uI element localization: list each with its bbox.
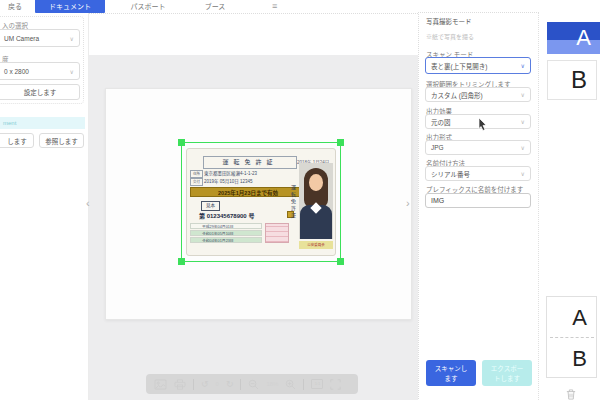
tab-passport[interactable]: パスポート <box>118 0 178 13</box>
zoom-in-icon[interactable] <box>285 379 296 390</box>
toolbar-divider <box>303 379 304 390</box>
printer-icon[interactable] <box>174 379 186 390</box>
naming-method-select[interactable]: シリアル番号 ∨ <box>425 166 531 181</box>
output-effect-value: 元の図 <box>431 117 451 127</box>
export-button[interactable]: エクスポートします <box>482 360 532 386</box>
rotation-angle: 0 <box>216 381 219 387</box>
thumbnail-combined[interactable]: A B <box>546 296 597 378</box>
canvas-toolbar: ↺ 0 ↻ 18% 1:1 <box>146 374 358 394</box>
thumbnail-combined-b: B <box>547 338 596 379</box>
collapse-left-icon[interactable]: ‹ <box>86 196 90 210</box>
left-sidebar: 入の選択 UM Camera ∨ 度 0 x 2800 ∨ 設定します ment… <box>0 13 89 400</box>
output-format-value: JPG <box>431 144 444 151</box>
chevron-down-icon: ∨ <box>521 144 525 151</box>
scan-button[interactable]: スキャンします <box>426 360 476 386</box>
naming-method-value: シリアル番号 <box>431 169 470 179</box>
thumbnail-b[interactable]: B <box>547 60 597 100</box>
tab-document[interactable]: ドキュメント <box>35 0 105 13</box>
crop-handle-top-right[interactable] <box>337 139 344 146</box>
output-format-select[interactable]: JPG ∨ <box>425 140 531 155</box>
fit-screen-icon[interactable] <box>330 379 341 390</box>
thumbnail-a-selected[interactable]: A <box>547 22 600 54</box>
image-icon[interactable] <box>154 379 167 390</box>
chevron-down-icon: ∨ <box>521 170 525 177</box>
camera-select-value: UM Camera <box>4 35 39 42</box>
prefix-input[interactable] <box>425 193 531 208</box>
apply-settings-button[interactable]: 設定します <box>0 84 80 100</box>
chevron-down-icon: ∨ <box>521 118 525 125</box>
chevron-down-icon: ∨ <box>70 35 74 42</box>
crop-handle-bottom-left[interactable] <box>178 258 185 265</box>
scan-mode-select[interactable]: 表と裏(上下見開き) ∨ <box>425 57 531 74</box>
crop-handle-bottom-right[interactable] <box>337 258 344 265</box>
rotate-right-icon[interactable]: ↻ <box>226 379 234 389</box>
save-button[interactable]: します <box>0 133 34 148</box>
crop-handle-top-left[interactable] <box>178 139 185 146</box>
chevron-down-icon: ∨ <box>70 68 74 75</box>
toolbar-divider <box>193 379 194 390</box>
crop-mode-value: カスタム (四角形) <box>431 90 483 100</box>
rotate-left-icon[interactable]: ↺ <box>201 379 209 389</box>
tab-back[interactable]: 戻る <box>0 0 30 13</box>
actual-size-icon[interactable]: 1:1 <box>311 379 323 389</box>
zoom-out-icon[interactable] <box>248 379 259 390</box>
camera-select[interactable]: UM Camera ∨ <box>0 29 80 47</box>
resolution-select[interactable]: 0 x 2800 ∨ <box>0 62 80 80</box>
app-window: 戻る ドキュメント パスポート ブース ≡ 入の選択 UM Camera ∨ 度… <box>0 0 600 400</box>
mouse-cursor <box>478 117 488 135</box>
toolbar-divider <box>240 379 241 390</box>
chevron-down-icon: ∨ <box>521 91 525 98</box>
trash-icon[interactable] <box>566 386 576 400</box>
photo-mode-hint: ※紙で写真を撮る <box>426 32 474 41</box>
photo-mode-section-label: 写真撮影モード <box>426 16 472 26</box>
zoom-level: 18% <box>266 381 278 387</box>
menu-icon[interactable]: ≡ <box>272 0 277 13</box>
selected-path-item[interactable]: ment <box>0 117 85 129</box>
collapse-right-icon[interactable]: › <box>406 196 410 210</box>
crop-selection-box[interactable] <box>181 142 341 262</box>
scan-mode-value: 表と裏(上下見開き) <box>431 61 487 71</box>
tab-booth[interactable]: ブース <box>192 0 238 13</box>
thumbnail-combined-a: A <box>547 297 596 338</box>
resolution-select-value: 0 x 2800 <box>4 68 29 75</box>
crop-mode-select[interactable]: カスタム (四角形) ∨ <box>425 87 531 102</box>
chevron-down-icon: ∨ <box>521 62 525 69</box>
browse-button[interactable]: 参照します <box>39 133 84 148</box>
